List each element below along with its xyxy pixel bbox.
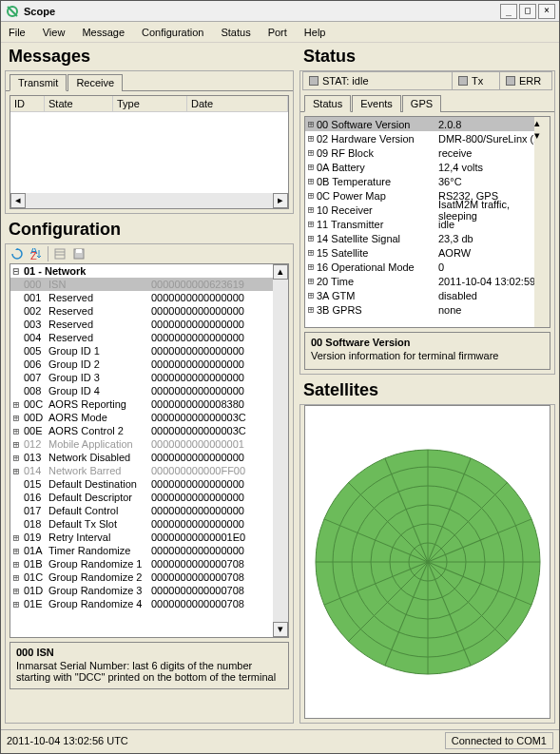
config-row[interactable]: 000ISN0000000000623619 xyxy=(10,278,288,291)
config-row[interactable]: ⊞013Network Disabled0000000000000000 xyxy=(10,451,288,464)
expand-icon[interactable]: ⊞ xyxy=(10,412,22,424)
expand-icon[interactable]: ⊞ xyxy=(10,545,22,557)
config-row[interactable]: 004Reserved0000000000000000 xyxy=(10,331,288,344)
status-row[interactable]: ⊞11 Transmitteridle xyxy=(305,217,550,231)
config-row[interactable]: 018Default Tx Slot0000000000000000 xyxy=(10,517,288,531)
expand-icon[interactable]: ⊞ xyxy=(10,571,22,584)
status-row[interactable]: ⊞0A Battery12,4 volts xyxy=(305,160,550,174)
status-row[interactable]: ⊞20 Time2011-10-04 13:02:59 xyxy=(305,274,550,288)
expand-icon[interactable]: ⊞ xyxy=(305,189,317,202)
menu-configuration[interactable]: Configuration xyxy=(142,27,203,38)
col-id[interactable]: ID xyxy=(10,96,45,111)
menu-status[interactable]: Status xyxy=(221,27,250,38)
messages-hscroll[interactable]: ◂ ▸ xyxy=(10,193,288,208)
config-vscroll[interactable]: ▴ ▾ xyxy=(273,264,288,637)
expand-icon[interactable]: ⊞ xyxy=(305,203,317,216)
status-row[interactable]: ⊞0B Temperature36°C xyxy=(305,174,550,188)
expand-icon[interactable]: ⊞ xyxy=(10,465,22,477)
expand-icon[interactable]: ⊞ xyxy=(305,275,317,287)
scroll-left-icon[interactable]: ◂ xyxy=(10,193,26,208)
status-vscroll[interactable]: ▴ ▾ xyxy=(534,117,550,327)
toolbar-list-icon[interactable] xyxy=(52,246,68,261)
menu-view[interactable]: View xyxy=(43,27,66,38)
config-row[interactable]: ⊞00DAORS Mode000000000000003C xyxy=(10,411,288,424)
config-row[interactable]: 002Reserved0000000000000000 xyxy=(10,304,288,318)
status-row[interactable]: ⊞16 Operational Mode0 xyxy=(305,260,550,274)
tab-gps[interactable]: GPS xyxy=(402,95,441,112)
config-row[interactable]: 003Reserved0000000000000000 xyxy=(10,318,288,331)
expand-icon[interactable]: ⊞ xyxy=(305,175,317,187)
config-row[interactable]: 017Default Control0000000000000000 xyxy=(10,504,288,517)
status-row[interactable]: ⊞14 Satellite Signal23,3 db xyxy=(305,231,550,245)
expand-icon[interactable]: ⊞ xyxy=(305,132,317,145)
config-row[interactable]: 001Reserved0000000000000000 xyxy=(10,291,288,304)
status-row[interactable]: ⊞15 SatelliteAORW xyxy=(305,245,550,260)
config-row[interactable]: ⊞00CAORS Reporting0000000000008380 xyxy=(10,397,288,411)
col-state[interactable]: State xyxy=(45,96,113,111)
expand-icon[interactable]: ⊞ xyxy=(10,438,22,451)
scroll-down-icon[interactable]: ▾ xyxy=(273,622,288,637)
expand-icon[interactable]: ⊞ xyxy=(10,398,22,411)
config-row[interactable]: 015Default Destination0000000000000000 xyxy=(10,477,288,491)
expand-icon[interactable]: ⊞ xyxy=(305,218,317,230)
expand-icon[interactable]: ⊞ xyxy=(305,118,317,130)
expand-icon[interactable]: ⊞ xyxy=(10,452,22,464)
expand-icon[interactable]: ⊞ xyxy=(305,246,317,259)
expand-icon[interactable]: ⊞ xyxy=(10,598,22,610)
menu-message[interactable]: Message xyxy=(82,27,125,38)
expand-icon[interactable]: ⊞ xyxy=(10,558,22,570)
config-row[interactable]: 005Group ID 10000000000000000 xyxy=(10,344,288,358)
config-row[interactable]: 016Default Descriptor0000000000000000 xyxy=(10,491,288,504)
expand-icon[interactable]: ⊞ xyxy=(10,425,22,437)
tab-receive[interactable]: Receive xyxy=(68,74,123,91)
toolbar-sort-icon[interactable]: AZ xyxy=(29,246,44,261)
expand-icon[interactable]: ⊞ xyxy=(305,289,317,301)
scroll-up-icon[interactable]: ▴ xyxy=(534,117,550,129)
status-row[interactable]: ⊞00 Software Version2.0.8 xyxy=(305,117,550,131)
tab-status[interactable]: Status xyxy=(304,95,351,112)
toolbar-save-icon[interactable] xyxy=(71,246,87,261)
col-type[interactable]: Type xyxy=(113,96,187,111)
scroll-right-icon[interactable]: ▸ xyxy=(273,193,288,208)
scroll-track[interactable] xyxy=(26,193,273,208)
menu-port[interactable]: Port xyxy=(268,27,287,38)
expand-icon[interactable]: ⊞ xyxy=(10,585,22,597)
col-date[interactable]: Date xyxy=(187,96,288,111)
scroll-track[interactable] xyxy=(273,280,288,622)
config-row[interactable]: ⊞01EGroup Randomize 40000000000000708 xyxy=(10,597,288,610)
config-row[interactable]: ⊞01BGroup Randomize 10000000000000708 xyxy=(10,557,288,570)
expand-icon[interactable]: ⊞ xyxy=(10,532,22,544)
expand-icon[interactable]: ⊞ xyxy=(305,232,317,244)
menu-help[interactable]: Help xyxy=(304,27,326,38)
tab-transmit[interactable]: Transmit xyxy=(10,74,67,91)
expand-icon[interactable]: ⊞ xyxy=(305,161,317,173)
status-row[interactable]: ⊞3A GTMdisabled xyxy=(305,288,550,302)
tab-events[interactable]: Events xyxy=(352,95,401,112)
config-group-header[interactable]: ⊟01 - Network xyxy=(10,264,288,278)
config-row[interactable]: ⊞01CGroup Randomize 20000000000000708 xyxy=(10,570,288,584)
menu-file[interactable]: File xyxy=(9,27,26,38)
status-row[interactable]: ⊞02 Hardware VersionDMR-800/SureLinx (22… xyxy=(305,131,550,145)
config-row[interactable]: 007Group ID 30000000000000000 xyxy=(10,371,288,384)
close-button[interactable]: × xyxy=(538,4,555,19)
maximize-button[interactable]: □ xyxy=(519,4,536,19)
status-row[interactable]: ⊞10 ReceiverIsatM2M traffic, sleeping xyxy=(305,203,550,217)
config-row[interactable]: 008Group ID 40000000000000000 xyxy=(10,384,288,397)
toolbar-refresh-icon[interactable] xyxy=(10,246,25,261)
expand-icon[interactable]: ⊞ xyxy=(305,261,317,273)
minimize-button[interactable]: _ xyxy=(500,4,517,19)
status-row[interactable]: ⊞3B GPRSnone xyxy=(305,302,550,317)
expand-icon[interactable]: ⊞ xyxy=(305,303,317,316)
scroll-down-icon[interactable]: ▾ xyxy=(534,129,550,142)
scroll-up-icon[interactable]: ▴ xyxy=(273,264,288,280)
config-row[interactable]: ⊞014Network Barred000000000000FF00 xyxy=(10,464,288,477)
config-row[interactable]: ⊞00EAORS Control 2000000000000003C xyxy=(10,424,288,437)
config-row[interactable]: ⊞01ATimer Randomize0000000000000000 xyxy=(10,544,288,557)
config-row[interactable]: 006Group ID 20000000000000000 xyxy=(10,358,288,371)
config-row[interactable]: ⊞019Retry Interval00000000000001E0 xyxy=(10,531,288,544)
config-row[interactable]: ⊞01DGroup Randomize 30000000000000708 xyxy=(10,584,288,597)
messages-panel: Transmit Receive ID State Type Date ◂ ▸ xyxy=(5,70,294,214)
config-row[interactable]: ⊞012Mobile Application0000000000000001 xyxy=(10,437,288,451)
status-row[interactable]: ⊞09 RF Blockreceive xyxy=(305,145,550,160)
expand-icon[interactable]: ⊞ xyxy=(305,146,317,159)
